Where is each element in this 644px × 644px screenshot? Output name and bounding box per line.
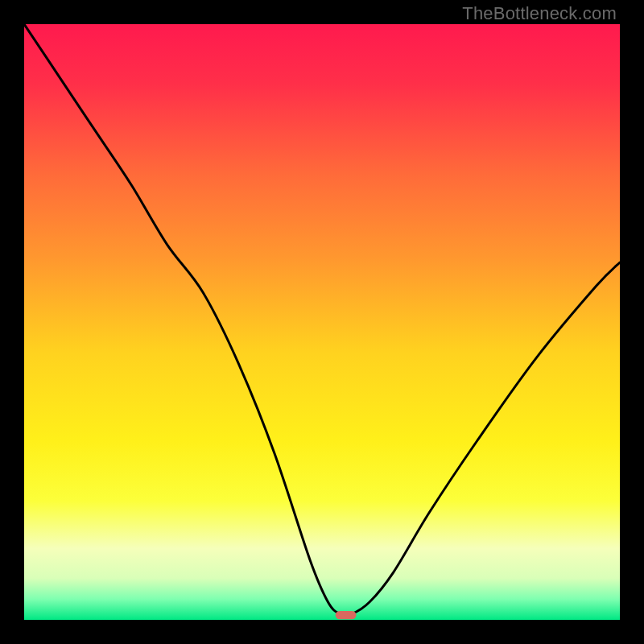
optimal-marker	[336, 611, 357, 619]
bottleneck-curve	[24, 24, 620, 615]
chart-frame: TheBottleneck.com	[0, 0, 644, 644]
curve-layer	[24, 24, 620, 620]
plot-area	[24, 24, 620, 620]
watermark-text: TheBottleneck.com	[462, 3, 617, 24]
